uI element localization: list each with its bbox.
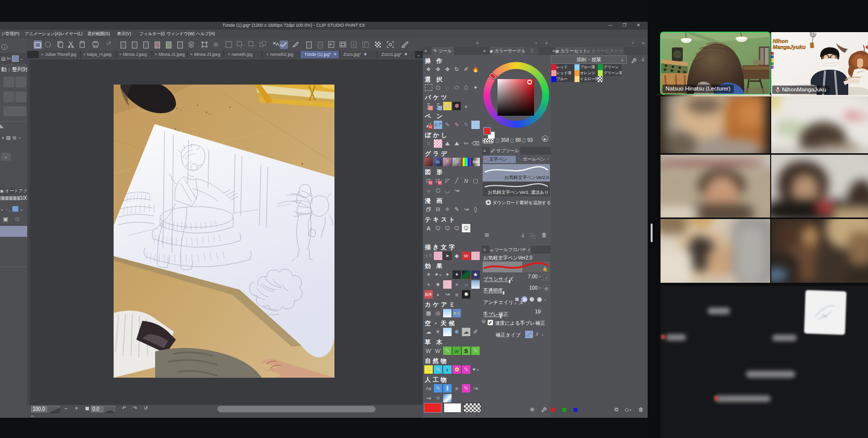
svg-text:A: A [352,43,355,47]
svg-text:Nihon: Nihon [773,38,788,44]
svg-text:MangaJyuku: MangaJyuku [773,44,806,50]
